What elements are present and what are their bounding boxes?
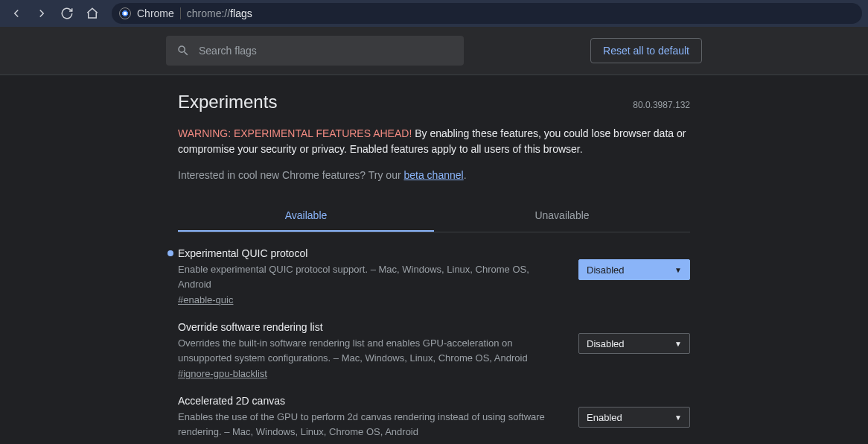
chevron-down-icon: ▼ [674,413,682,422]
flag-title: Accelerated 2D canvas [178,395,564,407]
flag-title: Override software rendering list [178,321,564,333]
flag-select-value: Enabled [587,412,622,423]
reload-button[interactable] [57,3,77,24]
flag-hash-link[interactable]: #ignore-gpu-blacklist [178,368,267,379]
flag-select[interactable]: Enabled▼ [578,407,690,428]
search-icon [176,44,190,57]
content: Experiments 80.0.3987.132 WARNING: EXPER… [166,92,702,444]
back-button[interactable] [6,3,27,24]
flag-row: Accelerated 2D canvasEnables the use of … [178,380,690,444]
chevron-down-icon: ▼ [674,266,682,274]
reset-all-button[interactable]: Reset all to default [590,38,702,63]
flag-description: Overrides the built-in software renderin… [178,336,564,365]
flag-description: Enables the use of the GPU to perform 2d… [178,410,564,439]
tabs: Available Unavailable [178,200,690,232]
version-text: 80.0.3987.132 [633,100,690,110]
tab-available[interactable]: Available [178,200,434,232]
forward-button[interactable] [31,3,52,24]
beta-text: Interested in cool new Chrome features? … [178,169,690,181]
flag-title: Experimental QUIC protocol [178,247,564,259]
url-divider [180,7,181,19]
flags-list: Experimental QUIC protocolEnable experim… [178,232,690,444]
flag-select-value: Disabled [587,338,625,349]
flags-topbar: Reset all to default [0,27,868,75]
flag-select[interactable]: Disabled▼ [578,333,690,354]
modified-indicator [167,250,173,256]
page-title: Experiments [178,92,277,112]
browser-label: Chrome [137,7,174,19]
url-text: chrome://flags [187,7,252,19]
search-box[interactable] [166,36,464,66]
chrome-icon [119,7,131,19]
home-button[interactable] [82,3,103,24]
flag-hash-link[interactable]: #enable-quic [178,294,233,305]
flag-row: Override software rendering listOverride… [178,306,690,380]
flag-select-value: Disabled [587,264,625,276]
warning-text: WARNING: EXPERIMENTAL FEATURES AHEAD! By… [178,126,690,157]
tab-unavailable[interactable]: Unavailable [434,200,690,232]
browser-toolbar: Chrome chrome://flags [0,0,868,27]
beta-channel-link[interactable]: beta channel [403,169,463,181]
flag-description: Enable experimental QUIC protocol suppor… [178,262,564,291]
flag-select[interactable]: Disabled▼ [578,259,690,280]
search-input[interactable] [199,45,453,57]
flag-row: Experimental QUIC protocolEnable experim… [178,232,690,306]
chevron-down-icon: ▼ [674,340,682,348]
url-bar[interactable]: Chrome chrome://flags [112,3,862,24]
